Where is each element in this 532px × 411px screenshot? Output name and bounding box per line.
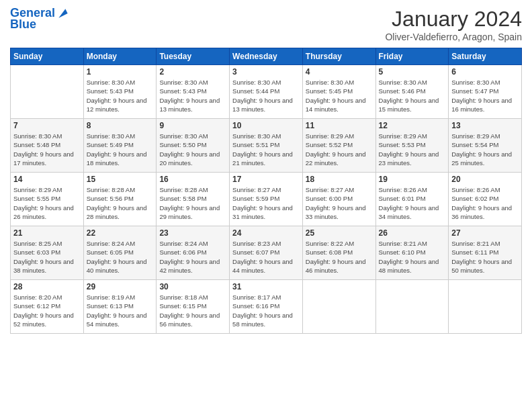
calendar-cell: 18Sunrise: 8:27 AMSunset: 6:00 PMDayligh… — [302, 173, 375, 226]
day-number: 5 — [379, 67, 446, 77]
day-info: Sunrise: 8:28 AMSunset: 5:56 PMDaylight:… — [87, 185, 154, 221]
day-info: Sunrise: 8:23 AMSunset: 6:07 PMDaylight:… — [232, 239, 300, 275]
calendar-cell: 17Sunrise: 8:27 AMSunset: 5:59 PMDayligh… — [230, 173, 303, 226]
week-row-1: 1Sunrise: 8:30 AMSunset: 5:43 PMDaylight… — [11, 65, 522, 119]
calendar-cell: 22Sunrise: 8:24 AMSunset: 6:05 PMDayligh… — [83, 226, 157, 280]
day-info: Sunrise: 8:30 AMSunset: 5:51 PMDaylight:… — [232, 132, 300, 167]
day-number: 23 — [159, 228, 226, 238]
title-area: January 2024 Oliver-Valdefierro, Aragon,… — [385, 7, 522, 42]
day-number: 15 — [87, 175, 154, 184]
day-number: 2 — [159, 67, 226, 77]
calendar-cell: 20Sunrise: 8:26 AMSunset: 6:02 PMDayligh… — [449, 173, 522, 226]
day-number: 25 — [306, 228, 373, 238]
day-number: 24 — [232, 228, 300, 238]
day-info: Sunrise: 8:30 AMSunset: 5:47 PMDaylight:… — [451, 78, 519, 113]
day-info: Sunrise: 8:27 AMSunset: 6:00 PMDaylight:… — [306, 185, 373, 221]
week-row-4: 21Sunrise: 8:25 AMSunset: 6:03 PMDayligh… — [11, 226, 522, 280]
calendar-cell: 10Sunrise: 8:30 AMSunset: 5:51 PMDayligh… — [230, 119, 303, 173]
calendar-cell — [11, 65, 84, 119]
day-info: Sunrise: 8:30 AMSunset: 5:46 PMDaylight:… — [379, 78, 446, 113]
header: General Blue January 2024 Oliver-Valdefi… — [10, 7, 522, 42]
calendar-cell: 25Sunrise: 8:22 AMSunset: 6:08 PMDayligh… — [302, 226, 375, 280]
logo-icon — [56, 7, 70, 20]
calendar-cell: 27Sunrise: 8:21 AMSunset: 6:11 PMDayligh… — [449, 226, 522, 280]
day-number: 19 — [379, 175, 446, 184]
day-info: Sunrise: 8:26 AMSunset: 6:01 PMDaylight:… — [379, 185, 446, 221]
day-number: 27 — [451, 228, 519, 238]
day-number: 13 — [451, 121, 519, 130]
day-info: Sunrise: 8:24 AMSunset: 6:05 PMDaylight:… — [87, 239, 154, 275]
calendar-cell: 31Sunrise: 8:17 AMSunset: 6:16 PMDayligh… — [230, 280, 303, 334]
day-number: 18 — [306, 175, 373, 184]
day-info: Sunrise: 8:29 AMSunset: 5:53 PMDaylight:… — [379, 132, 446, 167]
day-number: 26 — [379, 228, 446, 238]
calendar-cell: 29Sunrise: 8:19 AMSunset: 6:13 PMDayligh… — [83, 280, 157, 334]
calendar-cell: 15Sunrise: 8:28 AMSunset: 5:56 PMDayligh… — [83, 173, 157, 226]
day-number: 20 — [451, 175, 519, 184]
day-number: 11 — [306, 121, 373, 130]
day-number: 14 — [13, 175, 81, 184]
calendar-cell: 30Sunrise: 8:18 AMSunset: 6:15 PMDayligh… — [157, 280, 230, 334]
calendar-cell: 2Sunrise: 8:30 AMSunset: 5:43 PMDaylight… — [157, 65, 230, 119]
calendar-cell: 21Sunrise: 8:25 AMSunset: 6:03 PMDayligh… — [11, 226, 84, 280]
day-info: Sunrise: 8:30 AMSunset: 5:49 PMDaylight:… — [87, 132, 154, 167]
calendar-cell: 3Sunrise: 8:30 AMSunset: 5:44 PMDaylight… — [230, 65, 303, 119]
day-number: 29 — [87, 282, 154, 291]
month-title: January 2024 — [385, 7, 522, 32]
logo: General Blue — [10, 7, 70, 32]
calendar-cell — [302, 280, 375, 334]
calendar-cell: 23Sunrise: 8:24 AMSunset: 6:06 PMDayligh… — [157, 226, 230, 280]
day-number: 31 — [232, 282, 300, 291]
day-info: Sunrise: 8:27 AMSunset: 5:59 PMDaylight:… — [232, 185, 300, 221]
day-number: 16 — [159, 175, 226, 184]
calendar-cell: 24Sunrise: 8:23 AMSunset: 6:07 PMDayligh… — [230, 226, 303, 280]
calendar-cell: 9Sunrise: 8:30 AMSunset: 5:50 PMDaylight… — [157, 119, 230, 173]
day-info: Sunrise: 8:30 AMSunset: 5:43 PMDaylight:… — [87, 78, 154, 113]
day-info: Sunrise: 8:17 AMSunset: 6:16 PMDaylight:… — [232, 293, 300, 328]
calendar-cell: 13Sunrise: 8:29 AMSunset: 5:54 PMDayligh… — [449, 119, 522, 173]
weekday-header-row: SundayMondayTuesdayWednesdayThursdayFrid… — [11, 48, 522, 65]
calendar-cell: 4Sunrise: 8:30 AMSunset: 5:45 PMDaylight… — [302, 65, 375, 119]
week-row-2: 7Sunrise: 8:30 AMSunset: 5:48 PMDaylight… — [11, 119, 522, 173]
day-info: Sunrise: 8:30 AMSunset: 5:48 PMDaylight:… — [13, 132, 81, 167]
weekday-header-monday: Monday — [83, 48, 157, 65]
subtitle: Oliver-Valdefierro, Aragon, Spain — [385, 32, 522, 42]
day-info: Sunrise: 8:20 AMSunset: 6:12 PMDaylight:… — [13, 293, 81, 328]
day-number: 17 — [232, 175, 300, 184]
day-info: Sunrise: 8:30 AMSunset: 5:43 PMDaylight:… — [159, 78, 226, 113]
day-info: Sunrise: 8:24 AMSunset: 6:06 PMDaylight:… — [159, 239, 226, 275]
calendar-cell: 8Sunrise: 8:30 AMSunset: 5:49 PMDaylight… — [83, 119, 157, 173]
day-info: Sunrise: 8:29 AMSunset: 5:52 PMDaylight:… — [306, 132, 373, 167]
day-info: Sunrise: 8:19 AMSunset: 6:13 PMDaylight:… — [87, 293, 154, 328]
day-info: Sunrise: 8:30 AMSunset: 5:50 PMDaylight:… — [159, 132, 226, 167]
day-info: Sunrise: 8:25 AMSunset: 6:03 PMDaylight:… — [13, 239, 81, 275]
calendar-cell: 5Sunrise: 8:30 AMSunset: 5:46 PMDaylight… — [375, 65, 449, 119]
calendar-container: General Blue January 2024 Oliver-Valdefi… — [0, 0, 532, 340]
day-number: 6 — [451, 67, 519, 77]
calendar-cell: 1Sunrise: 8:30 AMSunset: 5:43 PMDaylight… — [83, 65, 157, 119]
calendar-cell: 28Sunrise: 8:20 AMSunset: 6:12 PMDayligh… — [11, 280, 84, 334]
calendar-cell: 12Sunrise: 8:29 AMSunset: 5:53 PMDayligh… — [375, 119, 449, 173]
day-number: 8 — [87, 121, 154, 130]
weekday-header-wednesday: Wednesday — [230, 48, 303, 65]
day-number: 10 — [232, 121, 300, 130]
day-info: Sunrise: 8:18 AMSunset: 6:15 PMDaylight:… — [159, 293, 226, 328]
weekday-header-saturday: Saturday — [449, 48, 522, 65]
weekday-header-friday: Friday — [375, 48, 449, 65]
day-info: Sunrise: 8:22 AMSunset: 6:08 PMDaylight:… — [306, 239, 373, 275]
day-number: 22 — [87, 228, 154, 238]
weekday-header-tuesday: Tuesday — [157, 48, 230, 65]
week-row-3: 14Sunrise: 8:29 AMSunset: 5:55 PMDayligh… — [11, 173, 522, 226]
day-number: 4 — [306, 67, 373, 77]
day-number: 21 — [13, 228, 81, 238]
calendar-cell: 7Sunrise: 8:30 AMSunset: 5:48 PMDaylight… — [11, 119, 84, 173]
day-info: Sunrise: 8:26 AMSunset: 6:02 PMDaylight:… — [451, 185, 519, 221]
calendar-cell — [375, 280, 449, 334]
weekday-header-sunday: Sunday — [11, 48, 84, 65]
day-number: 3 — [232, 67, 300, 77]
day-number: 7 — [13, 121, 81, 130]
day-info: Sunrise: 8:30 AMSunset: 5:45 PMDaylight:… — [306, 78, 373, 113]
day-info: Sunrise: 8:21 AMSunset: 6:10 PMDaylight:… — [379, 239, 446, 275]
day-info: Sunrise: 8:30 AMSunset: 5:44 PMDaylight:… — [232, 78, 300, 113]
day-info: Sunrise: 8:28 AMSunset: 5:58 PMDaylight:… — [159, 185, 226, 221]
